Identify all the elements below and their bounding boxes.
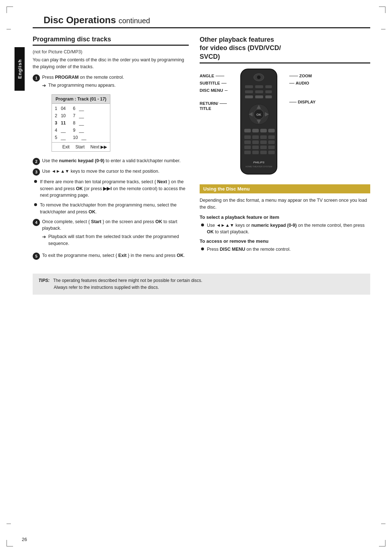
step-3-num: 3 bbox=[33, 168, 40, 176]
left-subtitle: (not for Picture CD/MP3) bbox=[33, 49, 189, 54]
svg-rect-20 bbox=[252, 129, 259, 132]
program-table: Program : Track (01 - 17) 1 04 2 10 3 11… bbox=[52, 94, 110, 152]
disc-menu-header: Using the Disc Menu bbox=[200, 184, 370, 193]
program-col-1: 1 04 2 10 3 11 4 __ 5 __ bbox=[55, 105, 66, 141]
bullet-remove-track: To remove the track/chapter from the pro… bbox=[34, 202, 189, 216]
bullet-dot-select bbox=[201, 224, 204, 226]
svg-rect-23 bbox=[244, 135, 251, 139]
step-2: 2 Use the numeric keypad (0-9) to enter … bbox=[33, 157, 189, 165]
svg-rect-35 bbox=[244, 151, 251, 154]
bullet-content-select: Use ◄►▲▼ keys or numeric keypad (0-9) on… bbox=[207, 222, 370, 236]
label-disc-menu: DISC MENU bbox=[200, 88, 228, 93]
svg-point-2 bbox=[257, 75, 261, 79]
step-4: 4 Once complete, select { Start } on the… bbox=[33, 218, 189, 249]
tips-label: TIPS: bbox=[38, 278, 52, 283]
remote-labels-left: ANGLE SUBTITLE DISC MENU RETURN/ bbox=[200, 67, 228, 111]
step-4-arrow: ➔ Playback will start from the selected … bbox=[42, 233, 189, 247]
step-5-num: 5 bbox=[33, 253, 40, 260]
step-4-num: 4 bbox=[33, 219, 40, 226]
step-1: 1 Press PROGRAM on the remote control. ➔… bbox=[33, 74, 189, 155]
tips-line-1: The operating features described here mi… bbox=[53, 278, 202, 283]
svg-rect-28 bbox=[252, 140, 259, 144]
svg-rect-3 bbox=[245, 85, 253, 88]
step-1-content: Press PROGRAM on the remote control. ➔ T… bbox=[42, 74, 189, 155]
svg-rect-37 bbox=[260, 151, 267, 154]
label-subtitle: SUBTITLE bbox=[200, 81, 228, 85]
svg-text:HOME THEATER SYSTEM: HOME THEATER SYSTEM bbox=[245, 165, 272, 168]
bullet-content-1: If there are more than ten total program… bbox=[40, 179, 189, 199]
bullet-dot-1 bbox=[34, 180, 37, 183]
right-section-rule bbox=[200, 62, 370, 64]
label-zoom: ZOOM bbox=[289, 74, 316, 78]
tips-footer: TIPS: The operating features described h… bbox=[33, 274, 370, 295]
svg-rect-11 bbox=[265, 95, 272, 98]
tips-line-2: Always refer to the instructions supplie… bbox=[54, 285, 159, 290]
svg-rect-6 bbox=[245, 90, 253, 93]
remote-svg: OK bbox=[230, 67, 288, 177]
label-return: RETURN/ bbox=[200, 101, 228, 106]
svg-rect-22 bbox=[268, 129, 275, 132]
svg-rect-32 bbox=[252, 146, 259, 149]
svg-rect-10 bbox=[255, 95, 263, 98]
subsection-title-access: To access or remove the menu bbox=[200, 238, 370, 244]
bullet-dot-access bbox=[201, 247, 204, 250]
step-2-num: 2 bbox=[33, 158, 40, 165]
step-3: 3 Use ◄►▲▼ keys to move the cursor to th… bbox=[33, 168, 189, 176]
main-title: Disc Operations continued bbox=[44, 15, 150, 25]
svg-rect-19 bbox=[244, 129, 251, 132]
bullet-content-access: Press DISC MENU on the remote control. bbox=[207, 246, 370, 253]
svg-rect-36 bbox=[252, 151, 259, 154]
left-section-rule bbox=[33, 45, 189, 46]
svg-rect-7 bbox=[255, 90, 263, 93]
main-title-rule bbox=[33, 27, 370, 28]
right-section-title: Other playback featuresfor video discs (… bbox=[200, 36, 370, 61]
bullet-content-2: To remove the track/chapter from the pro… bbox=[40, 202, 189, 216]
left-column: Programming disc tracks (not for Picture… bbox=[33, 36, 189, 263]
step-1-arrow: ➔ The programming menu appears. bbox=[42, 82, 189, 89]
bullet-select-playback: Use ◄►▲▼ keys or numeric keypad (0-9) on… bbox=[201, 222, 370, 236]
bullet-more-tracks: If there are more than ten total program… bbox=[34, 179, 189, 199]
svg-rect-34 bbox=[268, 146, 275, 149]
program-table-body: 1 04 2 10 3 11 4 __ 5 __ 6 __ 7 __ 8 __ bbox=[52, 104, 110, 142]
step-5-content: To exit the programme menu, select { Exi… bbox=[42, 252, 189, 259]
remote-area: ANGLE SUBTITLE DISC MENU RETURN/ bbox=[200, 67, 370, 177]
program-table-footer: Exit Start Next ▶▶ bbox=[52, 142, 110, 151]
svg-rect-21 bbox=[260, 129, 267, 132]
label-display: DISPLAY bbox=[289, 100, 316, 104]
svg-rect-4 bbox=[255, 85, 263, 88]
left-intro: You can play the contents of the disc in… bbox=[33, 57, 189, 70]
bullet-dot-2 bbox=[34, 203, 37, 206]
svg-rect-26 bbox=[268, 135, 275, 139]
subsection-title-select: To select a playback feature or item bbox=[200, 214, 370, 220]
svg-rect-9 bbox=[245, 95, 253, 98]
label-title: TITLE bbox=[200, 106, 228, 111]
left-section-title: Programming disc tracks bbox=[33, 36, 189, 43]
label-audio: AUDIO bbox=[289, 81, 316, 85]
svg-rect-29 bbox=[260, 140, 267, 144]
svg-rect-31 bbox=[244, 146, 251, 149]
step-1-num: 1 bbox=[33, 74, 40, 82]
svg-rect-24 bbox=[252, 135, 259, 139]
remote-labels-right: ZOOM AUDIO DISPLAY bbox=[289, 67, 316, 104]
svg-rect-27 bbox=[244, 140, 251, 144]
step-2-content: Use the numeric keypad (0-9) to enter a … bbox=[42, 157, 189, 164]
step-5: 5 To exit the programme menu, select { E… bbox=[33, 252, 189, 260]
label-angle: ANGLE bbox=[200, 74, 228, 78]
page-number: 26 bbox=[22, 537, 27, 542]
continued-label: continued bbox=[119, 17, 150, 25]
disc-menu-intro: Depending on the disc format, a menu may… bbox=[200, 197, 370, 211]
program-col-2: 6 __ 7 __ 8 __ 9 __ 10 __ bbox=[73, 105, 86, 141]
svg-rect-30 bbox=[268, 140, 275, 144]
svg-rect-8 bbox=[265, 90, 272, 93]
svg-rect-33 bbox=[260, 146, 267, 149]
right-column: Other playback featuresfor video discs (… bbox=[200, 36, 370, 263]
svg-text:OK: OK bbox=[256, 113, 261, 116]
svg-rect-25 bbox=[260, 135, 267, 139]
bullet-access-menu: Press DISC MENU on the remote control. bbox=[201, 246, 370, 253]
svg-text:PHILIPS: PHILIPS bbox=[253, 161, 265, 164]
remote-svg-image: OK bbox=[230, 67, 288, 176]
svg-rect-5 bbox=[265, 85, 272, 88]
svg-rect-38 bbox=[268, 151, 275, 154]
step-4-content: Once complete, select { Start } on the s… bbox=[42, 218, 189, 249]
step-3-content: Use ◄►▲▼ keys to move the cursor to the … bbox=[42, 168, 189, 175]
